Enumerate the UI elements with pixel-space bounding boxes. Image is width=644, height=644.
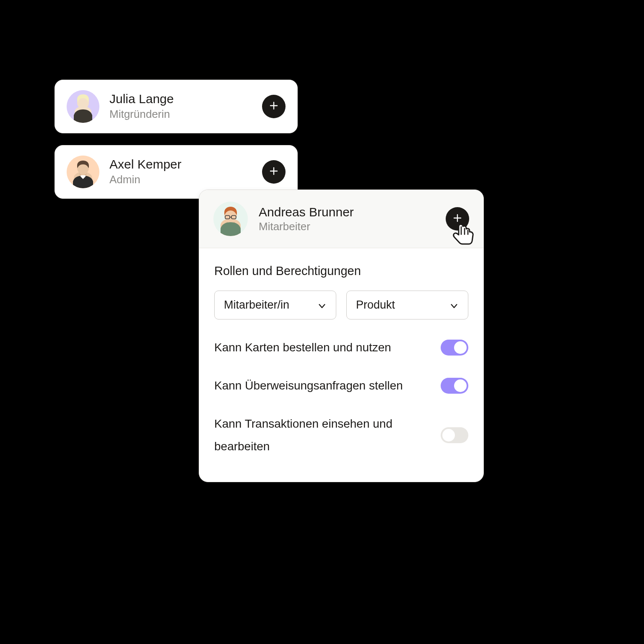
- role-select[interactable]: Mitarbeiter/in: [214, 291, 336, 319]
- permission-toggle[interactable]: [441, 340, 468, 356]
- avatar: [67, 90, 99, 123]
- product-select[interactable]: Produkt: [346, 291, 468, 319]
- plus-icon: [452, 213, 462, 225]
- detail-user-role: Mitarbeiter: [259, 220, 435, 233]
- add-user-button[interactable]: [262, 160, 286, 184]
- select-value: Produkt: [356, 299, 395, 312]
- avatar: [67, 156, 99, 188]
- permission-label: Kann Karten bestellen und nutzen: [214, 336, 432, 358]
- permission-row: Kann Überweisungsanfragen stellen: [214, 374, 468, 397]
- add-button[interactable]: [446, 207, 469, 231]
- user-name: Axel Kemper: [109, 157, 252, 172]
- plus-icon: [269, 101, 279, 112]
- user-name: Julia Lange: [109, 91, 252, 106]
- select-value: Mitarbeiter/in: [224, 299, 289, 312]
- add-user-button[interactable]: [262, 95, 286, 118]
- chevron-down-icon: [449, 301, 459, 310]
- detail-info: Andreas Brunner Mitarbeiter: [259, 205, 435, 233]
- user-detail-panel: Andreas Brunner Mitarbeiter Rollen und B…: [199, 190, 484, 482]
- user-card-info: Julia Lange Mitgründerin: [109, 91, 252, 122]
- permission-toggle[interactable]: [441, 378, 468, 394]
- user-card-info: Axel Kemper Admin: [109, 157, 252, 187]
- user-role: Admin: [109, 173, 252, 187]
- detail-user-name: Andreas Brunner: [259, 205, 435, 219]
- user-role: Mitgründerin: [109, 107, 252, 122]
- permission-label: Kann Transaktionen einsehen und bearbeit…: [214, 413, 432, 457]
- permission-row: Kann Karten bestellen und nutzen: [214, 336, 468, 358]
- avatar: [213, 202, 248, 236]
- detail-header: Andreas Brunner Mitarbeiter: [199, 190, 483, 248]
- select-row: Mitarbeiter/in Produkt: [214, 291, 468, 319]
- permission-row: Kann Transaktionen einsehen und bearbeit…: [214, 413, 468, 457]
- user-card[interactable]: Julia Lange Mitgründerin: [55, 80, 298, 133]
- plus-icon: [269, 166, 279, 178]
- section-title: Rollen und Berechtigungen: [214, 264, 468, 278]
- permission-label: Kann Überweisungsanfragen stellen: [214, 374, 432, 397]
- permission-toggle[interactable]: [441, 427, 468, 443]
- chevron-down-icon: [317, 301, 327, 310]
- detail-body: Rollen und Berechtigungen Mitarbeiter/in…: [199, 248, 483, 482]
